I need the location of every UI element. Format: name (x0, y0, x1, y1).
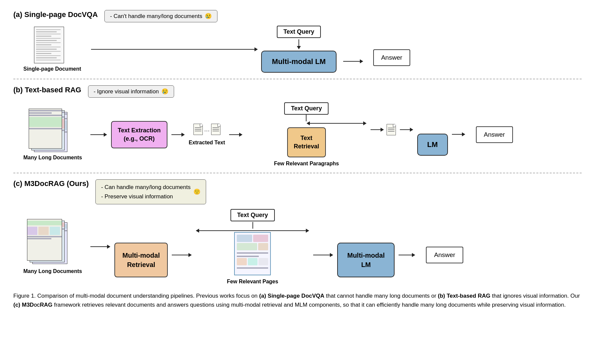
section-b-limitation-emoji: 😢 (161, 88, 168, 95)
left-branch-b (246, 115, 367, 125)
thumb-line (237, 252, 268, 254)
text-query-box-c: Text Query (230, 209, 275, 221)
few-paragraphs-label-b: Few Relevant Paragraphs (274, 161, 339, 167)
section-a-limitation-badge: - Can't handle many/long documents 😢 (104, 10, 217, 22)
h-line (452, 134, 462, 135)
h-line (90, 134, 104, 135)
arrow-right-tip (107, 245, 110, 249)
section-a-limitation-emoji: 😢 (205, 13, 212, 20)
tq-lm-column: Text Query Multi-modal LM (261, 26, 336, 73)
text-icon-relevant (387, 124, 396, 135)
arrow-right-tip (363, 121, 367, 125)
divider-ab (13, 79, 582, 79)
section-c-label: (c) M3DocRAG (Ours) (13, 179, 89, 188)
doc-line (36, 49, 57, 50)
h-line-c-left (199, 230, 252, 231)
thumb-block (253, 235, 268, 242)
section-c-doc-label: Many Long Documents (23, 268, 82, 274)
section-c-limitation-lines: - Can handle many/long documents - Prese… (101, 183, 190, 201)
text-icons: ... (193, 124, 220, 135)
arrow-right-tip (360, 59, 363, 63)
text-icon-2 (211, 124, 220, 135)
doc-line (36, 47, 61, 48)
text-query-box-a: Text Query (277, 26, 321, 38)
h-line (229, 134, 239, 135)
doc-line (36, 42, 61, 43)
section-a-top-row: (a) Single-page DocVQA - Can't handle ma… (13, 10, 582, 22)
section-b: (b) Text-based RAG - Ignore visual infor… (13, 85, 582, 167)
fork-b (246, 115, 367, 125)
arrow-lm-to-answer-a (343, 59, 363, 63)
section-b-doc-stack: Many Long Documents (23, 109, 82, 161)
h-line (343, 61, 360, 62)
doc-line (36, 29, 61, 30)
thumb-line (237, 267, 268, 269)
arrow-right-tip (254, 47, 258, 51)
section-c-limitation-line2: - Preserve visual information (101, 192, 190, 201)
doc-line (36, 31, 57, 32)
section-a-limitation-text: - Can't handle many/long documents (110, 13, 202, 20)
section-b-diagram: Many Long Documents Text Extraction(e.g.… (23, 102, 582, 167)
arrow-b3 (229, 133, 242, 137)
section-c: (c) M3DocRAG (Ours) - Can handle many/lo… (13, 179, 582, 284)
answer-box-a: Answer (373, 49, 410, 66)
tq-c-fork (196, 222, 309, 229)
arrow-b6 (452, 132, 465, 136)
arrow-right-tip (462, 132, 465, 136)
mmlm-col-c: Multi-modalLM (337, 216, 395, 277)
arrow-right-tip (104, 133, 107, 137)
section-c-top-row: (c) M3DocRAG (Ours) - Can handle many/lo… (13, 179, 582, 204)
h-left-b (307, 121, 367, 125)
section-b-top-row: (b) Text-based RAG - Ignore visual infor… (13, 85, 582, 98)
arrow-down-tip (297, 46, 301, 49)
extracted-text-label-b: Extracted Text (189, 140, 225, 146)
arrow-doc-to-lm (91, 47, 258, 51)
doc-line (36, 57, 57, 58)
doc-line (36, 38, 61, 39)
h-line (90, 246, 107, 247)
arrow-c3 (313, 253, 333, 257)
section-a-label: (a) Single-page DocVQA (13, 10, 98, 19)
arrow-right-tip (181, 133, 185, 137)
text-extraction-col: Text Extraction(e.g., OCR) (111, 121, 167, 148)
arrow-right-tip (330, 253, 333, 257)
answer-box-c: Answer (426, 247, 463, 263)
figure-caption: Figure 1. Comparison of multi-modal docu… (13, 291, 580, 309)
section-a: (a) Single-page DocVQA - Can't handle ma… (13, 10, 582, 73)
arrow-right-tip (381, 128, 384, 132)
h-line (371, 129, 381, 130)
multimodal-lm-box-c: Multi-modalLM (337, 243, 395, 277)
doc-line (36, 60, 61, 61)
text-extract-box-b: Text Extraction(e.g., OCR) (111, 121, 167, 148)
lm-box-b: LM (417, 134, 448, 156)
h-line (171, 134, 181, 135)
arrow-b2 (171, 133, 185, 137)
arrow-c2 (172, 253, 192, 257)
h-line (399, 255, 412, 255)
doc-page-c1 (27, 219, 62, 261)
doc-stack-b (29, 109, 69, 152)
page-thumbnail-c (234, 232, 271, 275)
section-a-doc: Single-page Document (23, 27, 81, 72)
arrow-right-tip (306, 229, 309, 233)
divider-bc (13, 173, 582, 173)
h-line (172, 255, 188, 255)
arrow-b5 (400, 128, 413, 132)
thumb-block (248, 258, 257, 265)
arrow-b1 (90, 133, 107, 137)
section-c-limitation-badge: - Can handle many/long documents - Prese… (95, 179, 206, 204)
figure-container: (a) Single-page DocVQA - Can't handle ma… (13, 10, 582, 309)
arrow-c4 (399, 253, 415, 257)
tq-b: Text Query (246, 102, 367, 125)
doc-line (36, 34, 61, 35)
doc-line (36, 55, 61, 56)
doc-stack-c (27, 219, 70, 266)
relevant-para-icon (387, 124, 396, 135)
thumb-row-3 (237, 258, 268, 265)
lm-col-b: LM (417, 114, 448, 156)
h-line (91, 49, 254, 50)
v-line-b (306, 115, 307, 121)
arrow-left-tip (307, 121, 310, 125)
thumb-line (237, 256, 259, 257)
answer-box-b: Answer (476, 126, 513, 143)
